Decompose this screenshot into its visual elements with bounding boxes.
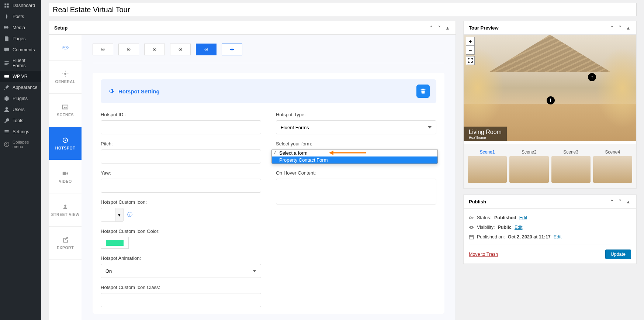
scene-thumb-4[interactable]: Scene4 bbox=[593, 149, 632, 183]
sidebar-item-fluent-forms[interactable]: Fluent Forms bbox=[0, 55, 41, 71]
chevron-up-icon[interactable]: ˄ bbox=[428, 25, 434, 31]
sidebar-item-tools[interactable]: Tools bbox=[0, 115, 41, 126]
tour-preview-metabox: Tour Preview ˄ ˅ ▴ + − ⛶ bbox=[463, 21, 637, 189]
hotspot-tab-4[interactable] bbox=[170, 44, 191, 55]
field-animation: Hotspot Animation: On bbox=[101, 255, 261, 278]
sidebar-item-media[interactable]: Media bbox=[0, 22, 41, 33]
sidebar-item-pages[interactable]: Pages bbox=[0, 33, 41, 44]
field-on-hover: On Hover Content: bbox=[276, 170, 436, 206]
scene-image bbox=[593, 156, 632, 183]
tab-street-view[interactable]: STREET VIEW bbox=[49, 193, 82, 227]
field-icon-class: Hotspot Custom Icon Class: bbox=[101, 285, 261, 307]
field-label: On Hover Content: bbox=[276, 170, 436, 176]
preview-title: Tour Preview bbox=[469, 25, 499, 31]
sidebar-item-settings[interactable]: Settings bbox=[0, 126, 41, 137]
form-option-property-contact[interactable]: Property Contact Form bbox=[272, 156, 437, 164]
tab-label: EXPORT bbox=[57, 245, 74, 250]
tour-title-input[interactable] bbox=[49, 3, 637, 16]
zoom-out-button[interactable]: − bbox=[466, 46, 475, 55]
setup-header: Setup ˄ ˅ ▴ bbox=[49, 21, 456, 35]
chevron-up-icon[interactable]: ˄ bbox=[609, 25, 615, 31]
field-label: Select your form: bbox=[276, 141, 436, 147]
preview-controls: ˄ ˅ ▴ bbox=[609, 25, 631, 31]
caret-up-icon[interactable]: ▴ bbox=[625, 199, 631, 204]
hotspot-id-input[interactable] bbox=[101, 120, 261, 134]
date-row: Published on: Oct 2, 2020 at 11:17 Edit bbox=[469, 232, 631, 242]
edit-status-link[interactable]: Edit bbox=[519, 215, 527, 220]
update-button[interactable]: Update bbox=[605, 250, 631, 259]
field-select-form: Select your form: Select a form Property… bbox=[276, 141, 436, 164]
hotspot-tab-2[interactable] bbox=[118, 44, 139, 55]
dot-icon bbox=[101, 47, 105, 52]
svg-point-12 bbox=[103, 49, 104, 50]
fullscreen-button[interactable]: ⛶ bbox=[466, 56, 475, 65]
sidebar-item-comments[interactable]: Comments bbox=[0, 44, 41, 55]
tab-hotspot[interactable]: HOTSPOT bbox=[49, 127, 82, 160]
pano-hotspot-info[interactable]: i bbox=[547, 96, 555, 104]
field-custom-icon: Hotspot Custom Icon: ▾ ⓘ bbox=[101, 199, 261, 222]
pano-hotspot-nav[interactable]: ↑ bbox=[588, 73, 596, 81]
pitch-input[interactable] bbox=[101, 149, 261, 164]
sidebar-item-dashboard[interactable]: Dashboard bbox=[0, 0, 41, 11]
sidebar-item-label: Dashboard bbox=[13, 3, 35, 8]
sidebar-item-collapse[interactable]: Collapse menu bbox=[0, 137, 41, 151]
plugin-icon bbox=[4, 96, 10, 101]
setup-body: WP VR GENERAL SCENES HOTSPOT VIDEO STREE… bbox=[49, 35, 456, 320]
settings-icon bbox=[4, 129, 10, 135]
help-icon[interactable]: ⓘ bbox=[127, 211, 132, 218]
scene-thumb-1[interactable]: Scene1 bbox=[468, 149, 507, 183]
sidebar-item-users[interactable]: Users bbox=[0, 104, 41, 115]
hotspot-tab-3[interactable] bbox=[144, 44, 165, 55]
form-option-placeholder[interactable]: Select a form bbox=[272, 149, 437, 156]
color-picker[interactable] bbox=[101, 237, 129, 249]
delete-hotspot-button[interactable] bbox=[416, 85, 430, 98]
chevron-down-icon[interactable]: ˅ bbox=[617, 199, 623, 204]
sidebar-item-plugins[interactable]: Plugins bbox=[0, 93, 41, 104]
sidebar-item-label: Collapse menu bbox=[13, 140, 38, 149]
scene-image bbox=[551, 156, 591, 183]
sidebar-item-label: Plugins bbox=[13, 96, 28, 101]
chevron-down-icon[interactable]: ˅ bbox=[436, 25, 442, 31]
panorama-viewer[interactable]: + − ⛶ i ↑ Living Room RexTheme bbox=[464, 35, 636, 141]
field-icon-color: Hotspot Custom Icon Color: bbox=[101, 228, 261, 249]
eye-icon bbox=[469, 225, 474, 230]
scene-thumb-3[interactable]: Scene3 bbox=[551, 149, 591, 183]
move-to-trash-link[interactable]: Move to Trash bbox=[469, 252, 498, 257]
caret-up-icon[interactable]: ▴ bbox=[625, 25, 631, 31]
on-hover-textarea[interactable] bbox=[276, 179, 436, 204]
yaw-input[interactable] bbox=[101, 179, 261, 193]
tab-general[interactable]: GENERAL bbox=[49, 61, 82, 94]
scene-label: Scene2 bbox=[509, 149, 548, 155]
main-content: Setup ˄ ˅ ▴ WP VR GENERAL bbox=[41, 0, 644, 320]
edit-date-link[interactable]: Edit bbox=[554, 234, 562, 240]
tool-icon bbox=[4, 118, 10, 124]
scene-thumb-2[interactable]: Scene2 bbox=[509, 149, 548, 183]
edit-visibility-link[interactable]: Edit bbox=[515, 225, 523, 230]
sidebar-item-label: Fluent Forms bbox=[13, 58, 38, 68]
svg-point-1 bbox=[6, 107, 8, 110]
icon-dropdown-toggle[interactable]: ▾ bbox=[115, 208, 124, 222]
dot-icon bbox=[204, 47, 208, 52]
date-value: Oct 2, 2020 at 11:17 bbox=[508, 234, 551, 240]
field-label: Hotspot Animation: bbox=[101, 255, 261, 261]
tab-export[interactable]: EXPORT bbox=[49, 227, 82, 260]
hotspot-tab-1[interactable] bbox=[93, 44, 113, 55]
publish-footer: Move to Trash Update bbox=[469, 244, 631, 259]
chevron-up-icon[interactable]: ˄ bbox=[609, 199, 615, 204]
date-label: Published on: bbox=[477, 234, 505, 240]
icon-class-input[interactable] bbox=[101, 293, 261, 307]
tab-video[interactable]: VIDEO bbox=[49, 160, 82, 193]
hotspot-tab-add[interactable] bbox=[222, 44, 242, 55]
vr-icon bbox=[4, 73, 10, 79]
sidebar-item-posts[interactable]: Posts bbox=[0, 11, 41, 22]
tab-scenes[interactable]: SCENES bbox=[49, 94, 82, 127]
animation-select[interactable]: On bbox=[101, 264, 261, 278]
chevron-down-icon[interactable]: ˅ bbox=[617, 25, 623, 31]
hotspot-tab-5[interactable] bbox=[196, 44, 217, 55]
hotspot-type-select[interactable]: Fluent Forms bbox=[276, 120, 436, 134]
sidebar-item-wpvr[interactable]: WP VR bbox=[0, 71, 41, 82]
zoom-in-button[interactable]: + bbox=[466, 37, 475, 46]
caret-up-icon[interactable]: ▴ bbox=[444, 25, 450, 31]
sidebar-item-appearance[interactable]: Appearance bbox=[0, 82, 41, 93]
form-icon bbox=[4, 60, 10, 66]
